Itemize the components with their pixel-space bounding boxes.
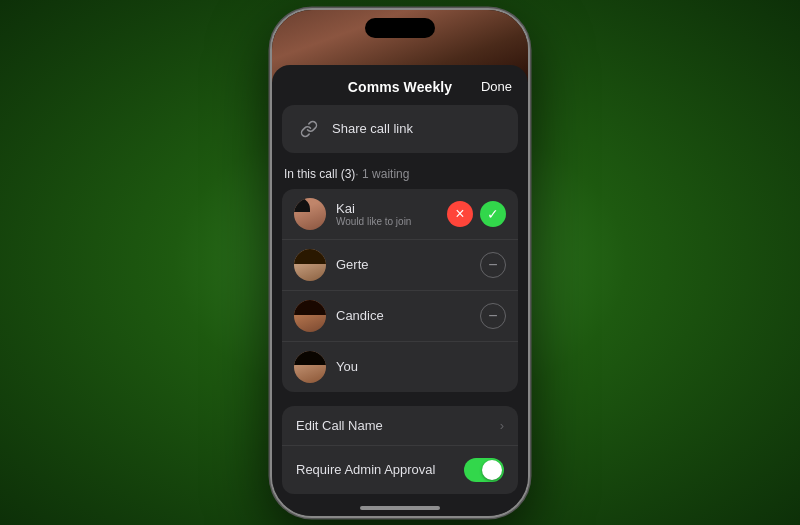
link-icon xyxy=(296,116,322,142)
require-admin-row[interactable]: Require Admin Approval xyxy=(282,446,518,494)
avatar-candice xyxy=(294,300,326,332)
phone-body: Comms Weekly Done Share call link xyxy=(270,8,530,518)
participant-name: Gerte xyxy=(336,257,480,272)
participant-actions-gerte: − xyxy=(480,252,506,278)
participant-actions-candice: − xyxy=(480,303,506,329)
share-link-label: Share call link xyxy=(332,121,413,136)
toggle-knob xyxy=(482,460,502,480)
admin-approval-toggle[interactable] xyxy=(464,458,504,482)
participants-list: Kai Would like to join × ✓ xyxy=(282,189,518,392)
participant-row: Candice − xyxy=(282,291,518,342)
accept-button[interactable]: ✓ xyxy=(480,201,506,227)
in-call-count: In this call (3) xyxy=(284,167,355,181)
participant-name: Kai xyxy=(336,201,447,216)
dynamic-island xyxy=(365,18,435,38)
participant-row: You xyxy=(282,342,518,392)
settings-section: Edit Call Name › Require Admin Approval xyxy=(282,406,518,494)
avatar-you xyxy=(294,351,326,383)
done-button[interactable]: Done xyxy=(481,79,512,94)
participant-name: You xyxy=(336,359,506,374)
participant-info-you: You xyxy=(336,359,506,374)
phone-frame: Comms Weekly Done Share call link xyxy=(270,8,530,518)
participant-info-gerte: Gerte xyxy=(336,257,480,272)
chevron-right-icon: › xyxy=(500,418,504,433)
edit-call-name-label: Edit Call Name xyxy=(296,418,500,433)
participant-name: Candice xyxy=(336,308,480,323)
remove-button[interactable]: − xyxy=(480,303,506,329)
sheet-title: Comms Weekly xyxy=(348,79,452,95)
participant-row: Gerte − xyxy=(282,240,518,291)
home-indicator xyxy=(360,506,440,510)
sheet-header: Comms Weekly Done xyxy=(272,65,528,105)
call-sheet: Comms Weekly Done Share call link xyxy=(272,65,528,516)
participant-info-candice: Candice xyxy=(336,308,480,323)
share-link-button[interactable]: Share call link xyxy=(282,105,518,153)
require-admin-label: Require Admin Approval xyxy=(296,462,464,477)
remove-button[interactable]: − xyxy=(480,252,506,278)
participant-actions-kai: × ✓ xyxy=(447,201,506,227)
edit-call-name-row[interactable]: Edit Call Name › xyxy=(282,406,518,446)
avatar-gerte xyxy=(294,249,326,281)
participant-info-kai: Kai Would like to join xyxy=(336,201,447,227)
participant-row: Kai Would like to join × ✓ xyxy=(282,189,518,240)
waiting-count: · 1 waiting xyxy=(355,167,409,181)
avatar-kai xyxy=(294,198,326,230)
deny-button[interactable]: × xyxy=(447,201,473,227)
sheet-content: Share call link In this call (3)· 1 wait… xyxy=(272,105,528,516)
in-call-header: In this call (3)· 1 waiting xyxy=(282,167,518,181)
participant-status: Would like to join xyxy=(336,216,447,227)
